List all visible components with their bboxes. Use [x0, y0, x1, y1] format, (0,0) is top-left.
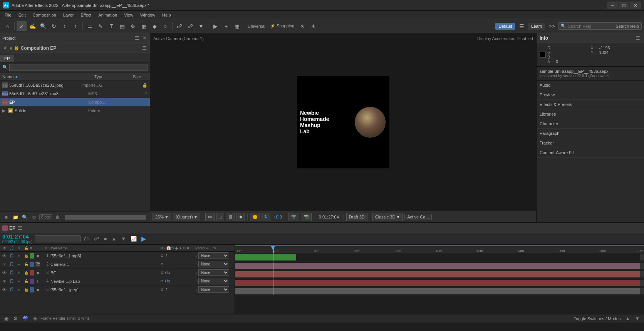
- sw-3-fx[interactable]: fx: [167, 271, 170, 275]
- vis-3[interactable]: 👁: [1, 271, 8, 275]
- parent-select-4[interactable]: None: [198, 278, 229, 284]
- panel-audio[interactable]: Audio: [537, 81, 644, 90]
- search-input[interactable]: [568, 24, 614, 29]
- brush-tool[interactable]: ▤: [117, 21, 127, 31]
- grid-button[interactable]: ▦: [226, 213, 235, 221]
- hand-tool[interactable]: ✍: [27, 21, 37, 31]
- solo-5[interactable]: ●: [15, 288, 22, 292]
- text-tool[interactable]: T: [106, 21, 116, 31]
- learn-button[interactable]: Learn: [528, 23, 545, 30]
- pin-tool[interactable]: ○: [160, 21, 170, 31]
- project-item-3[interactable]: ▶ 📁 Solids Folder: [0, 106, 150, 115]
- panel-libraries[interactable]: Libraries: [537, 109, 644, 119]
- menu-animation[interactable]: Animation: [95, 12, 120, 18]
- snapping-btn[interactable]: ⚡ Snapping: [268, 21, 297, 31]
- solo-1[interactable]: ●: [15, 254, 22, 258]
- new-item-button[interactable]: ■: [2, 214, 10, 221]
- snapshot-button[interactable]: 📷: [288, 213, 299, 221]
- color-picker-button[interactable]: ⬤: [250, 213, 260, 221]
- move-tool[interactable]: ↕: [60, 21, 70, 31]
- bottom-ctrl-4[interactable]: ◈: [32, 316, 38, 321]
- zoom-tool[interactable]: 🔍: [38, 21, 48, 31]
- panel-content-aware-fill[interactable]: Content-Aware Fill: [537, 148, 644, 158]
- vis-5[interactable]: 👁: [1, 287, 8, 292]
- rect-tool[interactable]: ▭: [85, 21, 95, 31]
- timeline-ctrl-6[interactable]: 📈: [129, 236, 138, 242]
- search-bottom-button[interactable]: 🔍: [21, 214, 29, 221]
- comp-tab-ep[interactable]: EP: [0, 55, 14, 62]
- project-item-2[interactable]: cp EP Compo...: [0, 98, 150, 106]
- timeline-ctrl-3[interactable]: ■: [102, 236, 108, 242]
- panel-effects-presets[interactable]: Effects & Presets: [537, 100, 644, 109]
- sw-4-motion[interactable]: ⚙: [160, 279, 164, 283]
- bottom-ctrl-5[interactable]: ▲: [624, 316, 631, 321]
- active-camera-btn[interactable]: Active Ca...: [404, 214, 431, 220]
- interpret-button[interactable]: ⚙: [30, 214, 38, 221]
- audio-2[interactable]: 🎵: [8, 262, 15, 267]
- menu-composition[interactable]: Composition: [30, 12, 59, 18]
- timeline-ctrl-1[interactable]: ⛜: [83, 236, 91, 242]
- fit-button[interactable]: ▭: [205, 213, 215, 221]
- project-item-0[interactable]: jpg 55e6df7...66Ba57ce281.jpeg Importe..…: [0, 81, 150, 89]
- audio-3[interactable]: 🎵: [8, 270, 15, 275]
- add-tool[interactable]: +: [221, 21, 231, 31]
- panel-preview[interactable]: Preview: [537, 90, 644, 100]
- timeline-play-btn[interactable]: ▶: [140, 235, 147, 242]
- workspace-default-button[interactable]: Default: [495, 23, 515, 30]
- eraser-tool[interactable]: ▦: [139, 21, 149, 31]
- sw-4-fx[interactable]: fx: [167, 279, 170, 283]
- bottom-ctrl-1[interactable]: ◉: [3, 316, 10, 321]
- playhead-tool[interactable]: ▶: [210, 21, 220, 31]
- parent-select-3[interactable]: None: [198, 269, 229, 276]
- quality-selector[interactable]: (Quarter) ▼: [173, 213, 201, 221]
- search-box[interactable]: 🔍 Search Help: [558, 22, 642, 30]
- sw-5-motion[interactable]: ⚙: [160, 287, 164, 292]
- menu-effect[interactable]: Effect: [77, 12, 94, 18]
- lock-4[interactable]: 🔓: [23, 279, 30, 283]
- solo-2[interactable]: ●: [15, 262, 22, 266]
- workspace-menu-button[interactable]: ☰: [517, 21, 527, 31]
- reset-button[interactable]: ↻: [262, 213, 270, 221]
- sw-3-motion[interactable]: ⚙: [160, 271, 164, 275]
- show-snapshot-button[interactable]: 📸: [301, 213, 312, 221]
- project-menu-button[interactable]: ☰: [134, 34, 140, 42]
- puppet-tool[interactable]: ◆: [149, 21, 159, 31]
- timeline-timecode[interactable]: 0:01:27:04: [2, 234, 32, 240]
- snap-icon[interactable]: ✕: [297, 21, 307, 31]
- track2-tool[interactable]: ☍: [185, 21, 195, 31]
- lock-1[interactable]: 🔓: [23, 254, 30, 258]
- selection-tool[interactable]: ↙: [17, 21, 27, 31]
- project-close-button[interactable]: ✕: [142, 34, 148, 42]
- menu-file[interactable]: File: [2, 12, 15, 18]
- bottom-ctrl-6[interactable]: ▼: [634, 316, 641, 321]
- layer-row-5[interactable]: 👁 🎵 ● 🔓 ■ 5 [55e6df....jpeg] ⚙ / ○ None: [0, 286, 235, 294]
- timeline-ctrl-2[interactable]: ☍: [93, 236, 100, 242]
- layer-row-3[interactable]: 👁 🎵 ● 🔒 ■ 3 BG ⚙ / fx ○ None: [0, 269, 235, 277]
- timeline-ctrl-5[interactable]: ▼: [120, 236, 127, 242]
- menu-view[interactable]: View: [121, 12, 136, 18]
- vis-4[interactable]: 👁: [1, 279, 8, 284]
- titlebar-controls[interactable]: − □ ✕: [607, 2, 641, 9]
- timeline-menu-button[interactable]: ☰: [17, 224, 23, 232]
- audio-5[interactable]: 🎵: [8, 287, 15, 292]
- pen-tool[interactable]: ✎: [96, 21, 106, 31]
- panel-tracker[interactable]: Tracker: [537, 138, 644, 148]
- menu-help[interactable]: Help: [159, 12, 174, 18]
- lock-5[interactable]: 🔓: [23, 288, 30, 292]
- layer-row-4[interactable]: 👁 🎵 ● 🔓 T 4 Newbie ...p Lab ⚙ / fx ○: [0, 277, 235, 286]
- renderer-button[interactable]: Classic 3D ▼: [372, 213, 403, 221]
- sw-1-motion[interactable]: ⚙: [160, 254, 164, 258]
- toggle-switches-button[interactable]: Toggle Switches / Modes: [573, 316, 622, 321]
- info-panel-menu-button[interactable]: ☰: [635, 34, 641, 42]
- sw-2-motion[interactable]: ⚙: [160, 262, 164, 266]
- maximize-button[interactable]: □: [619, 2, 629, 9]
- lock-3[interactable]: 🔒: [23, 271, 30, 275]
- draft3d-button[interactable]: Draft 3D: [346, 213, 367, 221]
- solo-3[interactable]: ●: [15, 271, 22, 275]
- home-button[interactable]: ⌂: [2, 21, 12, 31]
- close-button[interactable]: ✕: [630, 2, 641, 9]
- track3-tool[interactable]: ▼: [196, 21, 206, 31]
- zoom-selector[interactable]: 25% ▼: [153, 213, 171, 221]
- comp-close-btn[interactable]: ✕: [2, 44, 8, 52]
- timeline-search-input[interactable]: [35, 235, 81, 242]
